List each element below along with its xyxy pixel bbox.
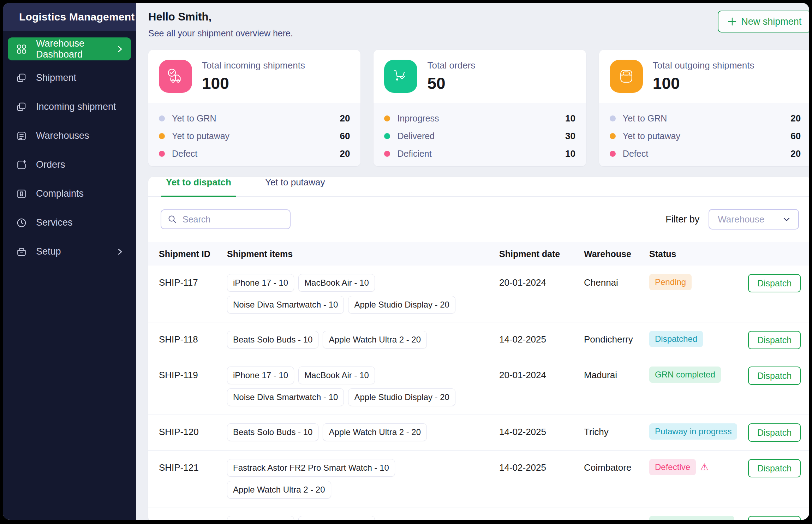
app-window: Logistics Management Warehouse Dashboard… [3, 3, 809, 520]
filter-by-label: Filter by [665, 214, 699, 225]
shipment-item-chip: Noise Diva Smartwatch - 10 [227, 388, 344, 406]
status-dot [610, 115, 616, 121]
card-value: 100 [202, 74, 305, 93]
dispatch-button[interactable]: Dispatch [748, 274, 801, 292]
warehouse-name: Pondicherry [584, 331, 649, 348]
warehouse-filter-dropdown[interactable]: Warehouse [709, 209, 799, 230]
sidebar-item-label: Complaints [36, 188, 84, 199]
card-breakdown: Yet to GRN20Yet to putaway60Defect20 [599, 103, 809, 166]
card-breakdown-row: Yet to putaway60 [610, 127, 801, 145]
dispatch-button[interactable]: Dispatch [748, 367, 801, 385]
sidebar-item-complaints[interactable]: Complaints [8, 182, 131, 205]
card-summary: Total orders50 [374, 50, 586, 103]
table-header: Shipment IDShipment itemsShipment dateWa… [148, 242, 809, 266]
dispatch-button[interactable]: Dispatch [748, 459, 801, 477]
search-input[interactable] [182, 214, 283, 225]
sidebar-item-services[interactable]: Services [8, 211, 131, 234]
status-cell: Putaway in progress [649, 423, 748, 440]
shipment-item-chip: Apple Watch Ultra 2 - 20 [227, 481, 331, 499]
card-breakdown-row: Yet to GRN20 [610, 109, 801, 127]
breakdown-label: Yet to putaway [172, 131, 229, 141]
breakdown-value: 10 [565, 148, 575, 159]
sidebar: Logistics Management Warehouse Dashboard… [3, 3, 136, 520]
new-shipment-label: New shipment [741, 16, 801, 27]
shipment-items: Beats Solo Buds - 10Apple Watch Ultra 2 … [227, 423, 499, 441]
sidebar-item-incoming-shipment[interactable]: Incoming shipment [8, 95, 131, 118]
app-title: Logistics Management [3, 3, 136, 31]
card-title: Total incoming shipments [202, 60, 305, 71]
status-badge: Defective [649, 459, 696, 475]
status-dot [384, 151, 390, 157]
sidebar-item-warehouses[interactable]: Warehouses [8, 124, 131, 147]
shipment-item-chip: Fastrack Astor FR2 Pro Smart Watch - 10 [227, 459, 395, 477]
sidebar-item-orders[interactable]: Orders [8, 153, 131, 176]
breakdown-label: Yet to GRN [172, 113, 216, 124]
status-badge: Pending [649, 274, 692, 290]
shipment-item-chip: Apple Studio Display - 20 [348, 296, 455, 314]
status-cell: GRN completed [649, 367, 748, 383]
page-greeting: Hello Smith, [148, 11, 293, 23]
copy-icon [16, 73, 27, 83]
complaint-bookmark-icon [16, 189, 27, 199]
shipment-item-chip: iPhone 17 - 10 [227, 367, 294, 384]
breakdown-value: 10 [565, 113, 575, 124]
shipment-date: 20-01-2024 [499, 274, 584, 291]
shipment-item-chip: Beats Solo Buds - 10 [227, 423, 318, 441]
shipment-date: 20-01-2024 [499, 516, 584, 520]
card-value: 50 [427, 74, 475, 93]
table-body: SHIP-117iPhone 17 - 10MacBook Air - 10No… [148, 266, 809, 520]
status-badge: GRN completed [649, 367, 721, 383]
breakdown-label: Yet to putaway [623, 131, 680, 141]
card-breakdown-row: Delivered30 [384, 127, 575, 145]
status-badge: Dispatched [649, 331, 703, 347]
stat-card-0: Total incoming shipments100Yet to GRN20Y… [148, 50, 360, 166]
column-header-shipment-items: Shipment items [227, 249, 499, 259]
main-content: Hello Smith, See all your shipment overv… [136, 3, 809, 520]
card-breakdown-row: Defect20 [159, 145, 350, 162]
card-breakdown-row: Yet to putaway60 [159, 127, 350, 145]
status-dot [159, 115, 165, 121]
shipment-items: Fastrack Astor FR2 Pro Smart Watch - 10A… [227, 459, 499, 499]
dispatch-button[interactable]: Dispatch [748, 423, 801, 442]
status-dot [159, 151, 165, 157]
breakdown-value: 20 [340, 148, 350, 159]
chevron-down-icon [782, 215, 791, 224]
chevron-right-icon [115, 248, 124, 256]
shipment-items: iPhone 17 - 10MacBook Air - 10Noise Diva… [227, 274, 499, 314]
greeting-block: Hello Smith, See all your shipment overv… [148, 11, 293, 38]
table-row: SHIP-120Beats Solo Buds - 10Apple Watch … [148, 415, 809, 451]
shipment-id: SHIP-121 [159, 459, 227, 476]
sidebar-item-setup[interactable]: Setup [8, 240, 131, 263]
stat-card-1: Total orders50Inprogress10Delivered30Def… [374, 50, 586, 166]
shipment-id: SHIP-120 [159, 423, 227, 440]
sidebar-item-label: Shipment [36, 72, 76, 83]
sidebar-item-label: Orders [36, 159, 65, 170]
tab-yet-to-putaway[interactable]: Yet to putaway [265, 177, 325, 196]
new-shipment-button[interactable]: New shipment [718, 11, 809, 32]
breakdown-value: 30 [565, 131, 575, 142]
card-breakdown: Yet to GRN20Yet to putaway60Defect20 [148, 103, 360, 166]
dispatch-button[interactable]: Dispatch [748, 516, 801, 520]
card-breakdown-row: Defect20 [610, 145, 801, 162]
card-title: Total orders [427, 60, 475, 71]
shipment-item-chip: Apple Watch Ultra 2 - 20 [323, 331, 427, 349]
shipment-item-chip: MacBook Air - 10 [298, 274, 375, 292]
topbar: Hello Smith, See all your shipment overv… [148, 3, 809, 38]
dispatch-button[interactable]: Dispatch [748, 331, 801, 349]
shipment-item-chip: iPhone 17 - 10 [227, 516, 294, 520]
breakdown-value: 20 [790, 148, 801, 159]
copy-icon [16, 102, 27, 112]
cart-check-icon [384, 60, 417, 93]
table-row: SHIP-119iPhone 17 - 10MacBook Air - 10No… [148, 358, 809, 415]
tab-yet-to-dispatch[interactable]: Yet to dispatch [166, 177, 231, 196]
sidebar-item-warehouse-dashboard[interactable]: Warehouse Dashboard [8, 37, 131, 60]
shipment-item-chip: Beats Solo Buds - 10 [227, 331, 318, 349]
sidebar-item-shipment[interactable]: Shipment [8, 66, 131, 89]
toolbar: Filter by Warehouse [148, 197, 809, 242]
sidebar-menu: Warehouse DashboardShipmentIncoming ship… [3, 31, 136, 269]
card-breakdown-row: Yet to GRN20 [159, 109, 350, 127]
warehouse-name: Madurai [584, 367, 649, 383]
stat-card-2: Total outgoing shipments100Yet to GRN20Y… [599, 50, 809, 166]
shipment-date: 14-02-2025 [499, 331, 584, 348]
search-box[interactable] [161, 209, 291, 229]
